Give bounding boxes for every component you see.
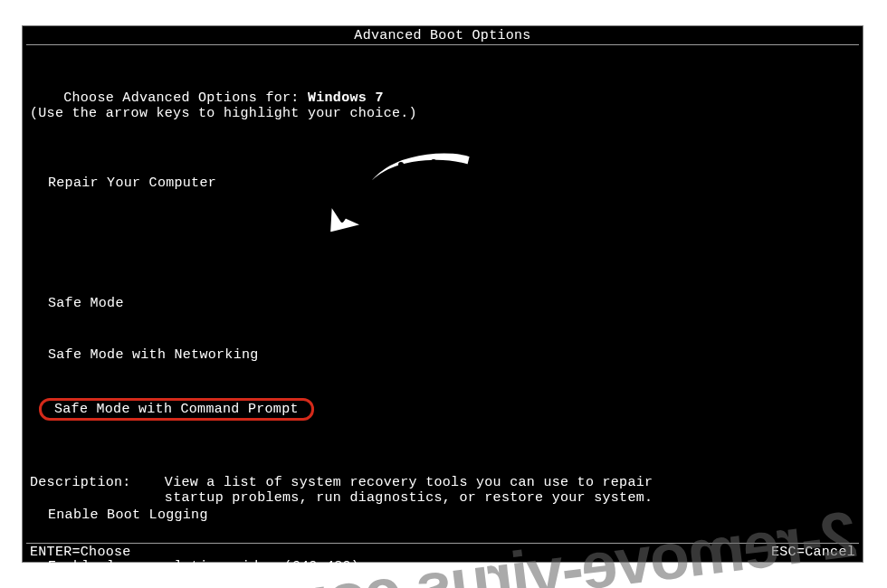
description-label: Description: — [30, 475, 131, 490]
key-enter: ENTER=Choose — [30, 545, 131, 560]
opt-safe-mode-networking[interactable]: Safe Mode with Networking — [48, 346, 410, 364]
opt-safe-mode[interactable]: Safe Mode — [48, 295, 410, 312]
boot-options-screen: Advanced Boot Options Choose Advanced Op… — [22, 25, 863, 563]
opt-boot-logging[interactable]: Enable Boot Logging — [48, 507, 410, 524]
description-line2: startup problems, run diagnostics, or re… — [165, 490, 653, 506]
page-title: Advanced Boot Options — [23, 28, 863, 43]
os-name: Windows 7 — [308, 90, 384, 106]
svg-point-0 — [431, 159, 436, 165]
opt-repair-computer[interactable]: Repair Your Computer — [48, 175, 410, 192]
footer-keys: ENTER=Choose ESC=Cancel — [30, 545, 855, 560]
description-line1: View a list of system recovery tools you… — [165, 475, 653, 490]
opt-low-res-video[interactable]: Enable low-resolution video (640x480) — [48, 558, 410, 575]
menu[interactable]: Repair Your Computer Safe Mode Safe Mode… — [48, 140, 410, 588]
intro-prefix: Choose Advanced Options for: — [63, 90, 308, 106]
opt-safe-mode-cmd-selected[interactable]: Safe Mode with Command Prompt — [39, 398, 314, 421]
divider-bottom — [26, 543, 859, 544]
intro-hint: (Use the arrow keys to highlight your ch… — [30, 106, 417, 121]
intro-block: Choose Advanced Options for: Windows 7 (… — [30, 75, 417, 137]
divider-top — [26, 44, 859, 45]
key-esc: ESC=Cancel — [771, 545, 855, 560]
description-block: Description: View a list of system recov… — [30, 475, 653, 506]
